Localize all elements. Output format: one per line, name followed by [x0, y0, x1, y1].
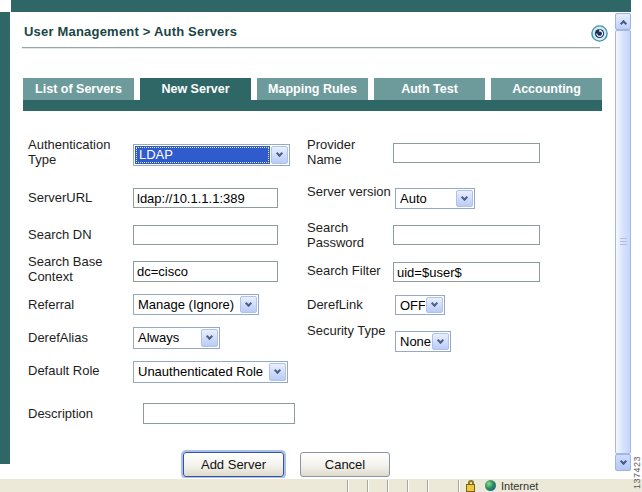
status-separator	[347, 480, 349, 492]
default-role-label: Default Role	[28, 364, 128, 379]
tab-list-of-servers[interactable]: List of Servers	[23, 78, 134, 100]
chevron-down-icon	[245, 299, 252, 306]
internet-zone-icon	[485, 480, 496, 491]
search-dn-input[interactable]	[133, 225, 278, 245]
search-password-input[interactable]	[393, 225, 540, 245]
scroll-down-button[interactable]	[615, 454, 631, 471]
tab-underline-bar	[23, 100, 602, 111]
figure-number: 137423	[632, 456, 642, 489]
dereflink-select[interactable]: OFF	[395, 295, 445, 315]
search-dn-label: Search DN	[28, 228, 128, 243]
tab-auth-test[interactable]: Auth Test	[374, 78, 485, 100]
security-type-label: Security Type	[307, 324, 391, 339]
chevron-down-icon	[461, 193, 468, 200]
provider-name-label: Provider Name	[307, 138, 391, 167]
dereflink-label: DerefLink	[307, 298, 391, 313]
chevron-down-icon	[431, 300, 438, 307]
status-separator	[407, 480, 409, 492]
tab-new-server[interactable]: New Server	[140, 78, 251, 100]
add-server-button[interactable]: Add Server	[183, 452, 284, 477]
authentication-type-select[interactable]: LDAP	[133, 144, 290, 166]
status-separator	[387, 480, 389, 492]
description-input[interactable]	[143, 403, 295, 424]
refresh-icon[interactable]	[591, 25, 608, 42]
authentication-type-label: Authentication Type	[28, 138, 128, 167]
tab-accounting[interactable]: Accounting	[491, 78, 602, 100]
derefalias-select[interactable]: Always	[133, 327, 220, 349]
status-separator	[427, 480, 429, 492]
chevron-down-icon	[619, 457, 626, 464]
server-url-input[interactable]	[133, 188, 278, 208]
zone-label: Internet	[501, 480, 538, 492]
search-password-label: Search Password	[307, 221, 391, 250]
tab-mapping-rules[interactable]: Mapping Rules	[257, 78, 368, 100]
chevron-down-icon	[274, 367, 281, 374]
chevron-down-icon	[206, 333, 213, 340]
scrollbar-thumb[interactable]	[615, 30, 631, 454]
server-version-select[interactable]: Auto	[395, 188, 475, 209]
derefalias-label: DerefAlias	[28, 331, 128, 346]
left-frame-bar	[0, 12, 10, 464]
status-separator	[367, 480, 369, 492]
provider-name-input[interactable]	[393, 143, 540, 163]
chevron-down-icon	[276, 150, 283, 157]
tab-bar: List of Servers New Server Mapping Rules…	[23, 78, 602, 100]
browser-content: User Management > Auth Servers List of S…	[0, 0, 642, 492]
heading-divider	[22, 47, 600, 49]
top-frame-bar	[11, 0, 631, 12]
search-filter-label: Search Filter	[307, 264, 393, 279]
status-bar	[0, 478, 642, 492]
security-type-select[interactable]: None	[395, 331, 451, 352]
search-base-context-label: Search Base Context	[28, 255, 128, 284]
search-base-context-input[interactable]	[133, 261, 278, 282]
description-label: Description	[28, 407, 128, 422]
chevron-up-icon	[619, 19, 626, 26]
server-url-label: ServerURL	[28, 191, 128, 206]
right-margin	[631, 0, 642, 492]
scroll-up-button[interactable]	[615, 13, 631, 30]
status-separator	[458, 480, 460, 492]
breadcrumb: User Management > Auth Servers	[24, 24, 237, 39]
chevron-down-icon	[437, 336, 444, 343]
referral-label: Referral	[28, 298, 128, 313]
referral-select[interactable]: Manage (Ignore)	[133, 294, 259, 315]
scrollbar-grip	[620, 238, 627, 247]
search-filter-input[interactable]	[393, 262, 540, 282]
vertical-scrollbar[interactable]	[615, 13, 631, 471]
default-role-select[interactable]: Unauthenticated Role	[133, 361, 288, 383]
cancel-button[interactable]: Cancel	[300, 452, 390, 477]
server-version-label: Server version	[307, 185, 391, 200]
